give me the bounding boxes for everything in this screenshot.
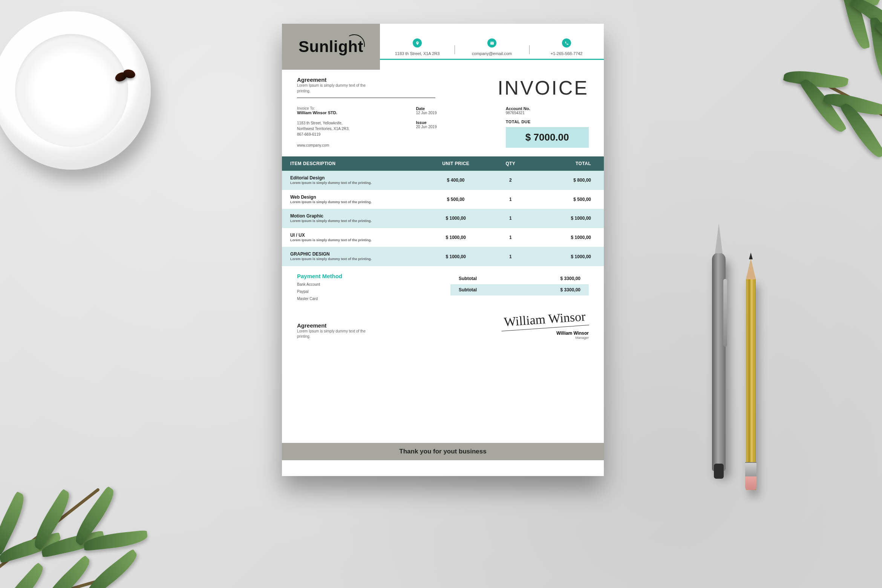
coffee-cup	[23, 47, 112, 136]
cell-total: $ 500,00	[533, 190, 604, 209]
invoice-to-label: Invoice To:	[297, 106, 401, 110]
invoice-title: INVOICE	[450, 77, 589, 99]
payment-method: Payment Method Bank AccountPaypalMaster …	[297, 273, 435, 301]
table-header-row: ITEM DESCRIPTION UNIT PRICE QTY TOTAL	[282, 156, 604, 171]
account-value: 987654321	[506, 111, 589, 115]
invoice-header: Sunlight 1183 th Street, X1A 2R3 company…	[282, 24, 604, 70]
brand-logo-box: Sunlight	[282, 24, 380, 70]
cell-unit: $ 500,00	[424, 190, 488, 209]
cell-desc: Web DesignLorem Ipsum is simply dummy te…	[282, 190, 424, 209]
cell-qty: 1	[488, 209, 533, 228]
cell-total: $ 800,00	[533, 171, 604, 190]
pen-prop	[712, 253, 726, 471]
col-qty: QTY	[488, 156, 533, 171]
coffee-liquid	[35, 58, 101, 124]
issue-value: 20 Jun 2019	[416, 125, 490, 129]
invoice-document: Sunlight 1183 th Street, X1A 2R3 company…	[282, 24, 604, 476]
subtotal-block: Subtotal$ 3300,00Subtotal$ 3300,00	[450, 273, 589, 301]
total-due-label: TOTAL DUE	[506, 119, 589, 124]
phone-icon	[562, 38, 571, 47]
cell-total: $ 1000,00	[533, 247, 604, 266]
coffee-beans	[115, 70, 138, 85]
signature-role: Manager	[501, 336, 589, 340]
col-total: TOTAL	[533, 156, 604, 171]
mail-icon	[487, 38, 496, 47]
invoice-to-name: William Winsor STD.	[297, 110, 401, 115]
contact-address-text: 1183 th Street, X1A 2R3	[395, 51, 440, 56]
col-unit: UNIT PRICE	[424, 156, 488, 171]
signature-name: William Winsor	[501, 331, 589, 336]
table-row: GRAPHIC DESIGNLorem Ipsum is simply dumm…	[282, 247, 604, 266]
cell-qty: 1	[488, 247, 533, 266]
issue-label: Issue	[416, 120, 490, 125]
payment-method-item: Master Card	[297, 297, 435, 301]
cell-total: $ 1000,00	[533, 228, 604, 247]
cell-total: $ 1000,00	[533, 209, 604, 228]
contact-email-text: company@email.com	[472, 51, 512, 56]
table-row: Web DesignLorem Ipsum is simply dummy te…	[282, 190, 604, 209]
cell-unit: $ 1000,00	[424, 228, 488, 247]
col-desc: ITEM DESCRIPTION	[282, 156, 424, 171]
payment-method-item: Bank Account	[297, 282, 435, 286]
cell-desc: GRAPHIC DESIGNLorem Ipsum is simply dumm…	[282, 247, 424, 266]
contact-phone: +1-265-568-7742	[529, 38, 604, 56]
cell-qty: 1	[488, 228, 533, 247]
cell-unit: $ 1000,00	[424, 247, 488, 266]
subtotal-row: Subtotal$ 3300,00	[450, 273, 589, 284]
cell-unit: $ 1000,00	[424, 209, 488, 228]
agreement-copy: Lorem Ipsum is simply dummy text of the …	[297, 83, 372, 94]
date-label: Date	[416, 106, 490, 111]
subtotal-label: Subtotal	[459, 287, 477, 292]
addr-line: Northwest Territories, X1A 2R3,	[297, 126, 401, 132]
divider	[297, 98, 435, 98]
subtotal-row: Subtotal$ 3300,00	[450, 284, 589, 296]
pin-icon	[413, 38, 422, 47]
subtotal-label: Subtotal	[459, 276, 477, 281]
contact-email: company@email.com	[455, 38, 529, 56]
signature-script: William Winsor	[501, 309, 589, 331]
agreement-bottom-copy: Lorem Ipsum is simply dummy text of the …	[297, 329, 376, 340]
total-due-value: $ 7000.00	[506, 127, 589, 148]
subtotal-value: $ 3300,00	[560, 287, 580, 292]
line-items-table: ITEM DESCRIPTION UNIT PRICE QTY TOTAL Ed…	[282, 156, 604, 266]
invoice-to-address: 1183 th Street, Yellowknife, Northwest T…	[297, 120, 401, 137]
cell-unit: $ 400,00	[424, 171, 488, 190]
table-row: Motion GraphicLorem Ipsum is simply dumm…	[282, 209, 604, 228]
cell-desc: Editorial DesignLorem Ipsum is simply du…	[282, 171, 424, 190]
footer-bar: Thank you for yout business	[282, 443, 604, 460]
addr-line: 867-669-6119	[297, 132, 401, 137]
invoice-to-site: www.company.com	[297, 142, 401, 148]
cell-qty: 2	[488, 171, 533, 190]
subtotal-value: $ 3300,00	[560, 276, 580, 281]
table-row: UI / UXLorem Ipsum is simply dummy text …	[282, 228, 604, 247]
table-row: Editorial DesignLorem Ipsum is simply du…	[282, 171, 604, 190]
account-label: Account No.	[506, 106, 589, 111]
cell-desc: UI / UXLorem Ipsum is simply dummy text …	[282, 228, 424, 247]
addr-line: 1183 th Street, Yellowknife,	[297, 120, 401, 126]
coffee-heart-art	[49, 73, 86, 107]
agreement-bottom-heading: Agreement	[297, 322, 376, 329]
signature-block: William Winsor William Winsor Manager	[501, 312, 589, 340]
agreement-heading: Agreement	[297, 77, 435, 83]
contact-phone-text: +1-265-568-7742	[551, 51, 583, 56]
pencil-prop	[746, 279, 756, 490]
contact-address: 1183 th Street, X1A 2R3	[380, 38, 455, 56]
payment-heading: Payment Method	[297, 273, 435, 279]
cell-qty: 1	[488, 190, 533, 209]
date-value: 12 Jun 2019	[416, 111, 490, 115]
contact-strip: 1183 th Street, X1A 2R3 company@email.co…	[380, 24, 604, 60]
payment-method-item: Paypal	[297, 289, 435, 294]
cell-desc: Motion GraphicLorem Ipsum is simply dumm…	[282, 209, 424, 228]
